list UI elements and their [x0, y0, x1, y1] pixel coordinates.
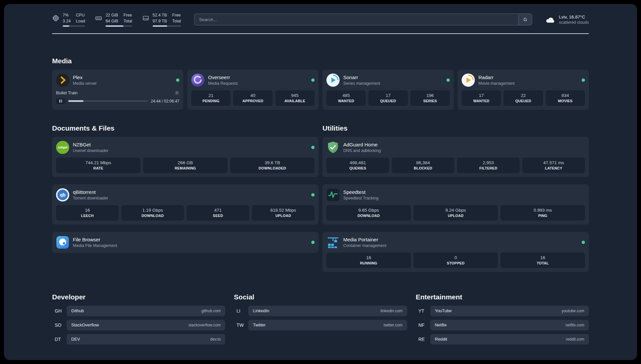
- stat: 16 LEECH: [56, 205, 119, 221]
- bookmark-row-reddit[interactable]: RE Reddit reddit.com: [416, 334, 589, 345]
- cpu-widget: 7% CPU 3.24 Load: [52, 13, 85, 27]
- utilities-column: Utilities AdGuard Home: [322, 124, 589, 272]
- card-portainer: Media Portainer Container management 16 …: [322, 232, 589, 272]
- service-link-qbittorrent[interactable]: qb qBittorrent Torrent downloader: [56, 188, 315, 201]
- bookmark-abbr: NF: [416, 320, 430, 330]
- stat-label: QUEUED: [370, 99, 406, 103]
- svg-text:qb: qb: [60, 192, 65, 197]
- stat-value: 21: [193, 93, 229, 98]
- search-provider-button[interactable]: G: [518, 14, 532, 25]
- stat-value: 485: [328, 93, 364, 98]
- bookmark-row-youtube[interactable]: YT YouTube youtube.com: [416, 306, 589, 316]
- bookmark-url: youtube.com: [562, 309, 584, 313]
- card-plex: Plex Media server Bullet Train: [52, 70, 183, 110]
- service-name: File Browser: [73, 237, 117, 243]
- bookmark-abbr: GH: [52, 306, 67, 316]
- search-input[interactable]: [194, 14, 518, 25]
- disk-total-value: 97.9 TB: [153, 18, 167, 24]
- cpu-icon: [52, 15, 59, 22]
- service-desc: Media server: [73, 81, 97, 86]
- stat-value: 945: [277, 93, 313, 98]
- card-overseerr: Overseerr Media Requests 21 PENDING 40 A…: [187, 70, 319, 110]
- radarr-icon: [462, 74, 475, 87]
- bookmark-row-dev[interactable]: DT DEV dev.to: [52, 334, 225, 345]
- memory-widget: 22 GiB Free 64 GiB Total: [95, 13, 132, 27]
- playback-progress-fill: [68, 100, 83, 102]
- card-nzbget: nzbget NZBGet Usenet downloader 744.21 M…: [52, 137, 319, 177]
- bookmark-name: Github: [71, 308, 84, 313]
- stat-label: QUEUED: [505, 99, 541, 103]
- memory-total-value: 64 GiB: [106, 18, 118, 24]
- stat-label: DOWNLOADED: [231, 166, 313, 170]
- stat-label: WANTED: [463, 99, 500, 103]
- bookmark-url: netflix.com: [565, 323, 584, 327]
- bookmark-row-github[interactable]: GH Github github.com: [52, 306, 225, 316]
- card-filebrowser: File Browser Media File Management: [52, 232, 319, 253]
- service-name: Plex: [73, 75, 97, 81]
- memory-free-value: 22 GiB: [106, 13, 118, 18]
- bookmark-name: DEV: [71, 337, 80, 342]
- bookmark-abbr: SO: [52, 320, 67, 330]
- stat-value: 266 GB: [144, 160, 226, 165]
- bookmark-name: Twitter: [253, 322, 265, 327]
- service-link-portainer[interactable]: Media Portainer Container management: [326, 236, 585, 249]
- disk-widget: 52.4 TB Free 97.9 TB Total: [142, 13, 181, 27]
- service-name: qBittorrent: [73, 189, 108, 196]
- stat-label: APPROVED: [234, 99, 271, 103]
- bookmark-abbr: LI: [234, 306, 248, 316]
- stat: 1.19 Gbps DOWNLOAD: [121, 205, 184, 221]
- status-dot: [311, 193, 315, 197]
- card-adguard: AdGuard Home DNS and adblocking 498,461 …: [322, 137, 589, 177]
- stat-label: SERIES: [412, 99, 448, 103]
- disk-free-label: Free: [172, 13, 181, 18]
- memory-icon: [95, 15, 102, 22]
- bookmark-row-stackoverflow[interactable]: SO StackOverflow stackoverflow.com: [52, 320, 225, 330]
- memory-bar-fill: [106, 25, 123, 27]
- status-dot: [176, 78, 179, 82]
- gear-icon[interactable]: [174, 90, 179, 95]
- service-link-sonarr[interactable]: Sonarr Series management: [326, 74, 450, 87]
- stat: 16 TOTAL: [501, 253, 585, 268]
- service-link-nzbget[interactable]: nzbget NZBGet Usenet downloader: [56, 141, 315, 154]
- service-desc: Container management: [343, 243, 386, 248]
- stat-value: 1.19 Gbps: [123, 208, 183, 213]
- cpu-bar-fill: [63, 25, 69, 27]
- bookmark-name: YouTube: [435, 308, 452, 313]
- service-link-overseerr[interactable]: Overseerr Media Requests: [191, 74, 315, 87]
- stat-label: DOWNLOAD: [328, 214, 410, 218]
- service-name: Overseerr: [208, 75, 238, 81]
- stat-value: 86,384: [393, 160, 453, 165]
- bookmark-url: reddit.com: [566, 337, 584, 342]
- section-title-entertainment: Entertainment: [416, 293, 589, 301]
- bookmark-row-twitter[interactable]: TW Twitter twitter.com: [234, 320, 407, 330]
- service-desc: DNS and adblocking: [343, 148, 381, 153]
- service-link-adguard[interactable]: AdGuard Home DNS and adblocking: [326, 141, 585, 154]
- disk-total-label: Total: [172, 18, 181, 24]
- service-name: Sonarr: [343, 75, 380, 81]
- bookmark-row-linkedin[interactable]: LI LinkedIn linkedin.com: [234, 306, 407, 316]
- bookmarks: Developer GH Github github.com SO StackO…: [52, 293, 589, 360]
- stat-value: 498,461: [328, 160, 388, 165]
- service-link-radarr[interactable]: Radarr Movie management: [462, 74, 585, 87]
- service-desc: Media File Management: [73, 243, 117, 248]
- stat: 39.6 TB DOWNLOADED: [230, 158, 315, 173]
- stat-label: PENDING: [193, 99, 229, 103]
- pause-button[interactable]: [56, 98, 65, 104]
- media-grid: Plex Media server Bullet Train: [52, 70, 589, 110]
- now-playing-title: Bullet Train: [56, 90, 77, 95]
- stat: 834 MOVIES: [546, 90, 585, 106]
- service-link-speedtest[interactable]: Speedtest Speedtest Tracking: [326, 188, 585, 201]
- service-name: Media Portainer: [343, 237, 386, 243]
- bookmark-name: LinkedIn: [253, 308, 269, 313]
- stat-label: MOVIES: [547, 99, 584, 103]
- bookmark-row-netflix[interactable]: NF Netflix netflix.com: [416, 320, 589, 330]
- stat: 22 QUEUED: [504, 90, 543, 106]
- status-dot: [582, 241, 585, 244]
- stat: 17 WANTED: [462, 90, 501, 106]
- section-title-developer: Developer: [52, 293, 225, 301]
- card-speedtest: Speedtest Speedtest Tracking 9.65 Gbps D…: [322, 184, 589, 225]
- service-link-plex[interactable]: Plex Media server: [56, 74, 179, 87]
- bookmark-group-social: Social LI LinkedIn linkedin.com TW Twitt…: [234, 293, 407, 348]
- service-link-filebrowser[interactable]: File Browser Media File Management: [56, 236, 315, 249]
- stat-label: LEECH: [57, 214, 117, 218]
